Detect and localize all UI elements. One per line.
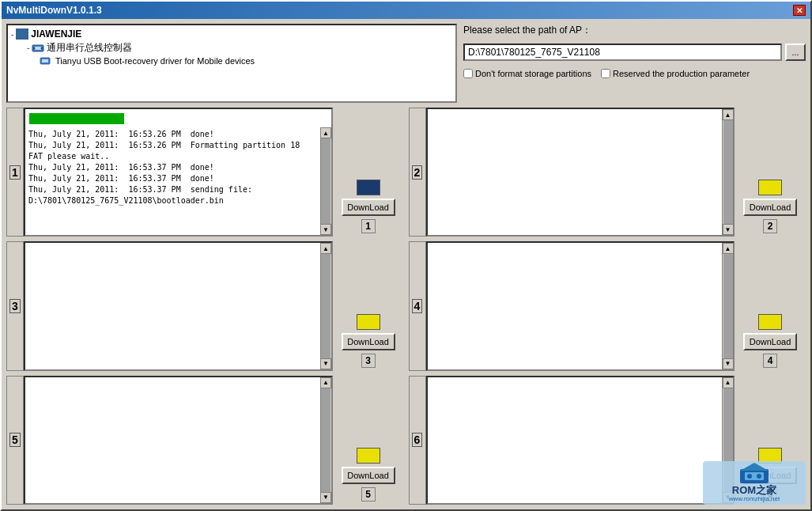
rom-logo-watermark: ROM之家 www.romzhijia.net <box>703 461 806 505</box>
panel-inner-4: ▲ ▼ <box>428 243 734 369</box>
tree-expand-root[interactable]: - <box>11 30 13 39</box>
panel-box-1: Thu, July 21, 2011: 16:53.26 PM done! Th… <box>24 108 333 237</box>
scroll-down-4[interactable]: ▼ <box>723 358 734 369</box>
panel-slot-1: 1 Thu, July 21, 2011: 16:53.26 PM done! … <box>6 108 404 237</box>
panel-scrollbar-5: ▲ ▼ <box>320 377 331 503</box>
color-indicator-3 <box>357 314 380 330</box>
scroll-up-1[interactable]: ▲ <box>320 127 331 138</box>
panel-text-1: Thu, July 21, 2011: 16:53.26 PM done! Th… <box>25 127 320 235</box>
scroll-down-1[interactable]: ▼ <box>320 224 331 235</box>
download-button-2[interactable]: DownLoad <box>743 199 797 216</box>
checkbox-format: Don't format storage partitions <box>463 69 591 78</box>
panel-text-6 <box>428 377 723 503</box>
close-button[interactable]: ✕ <box>793 5 806 16</box>
device-tree: - JIAWENJIE - 通用串行总线控制器 <box>6 24 457 103</box>
usb-icon <box>32 43 44 54</box>
scroll-up-3[interactable]: ▲ <box>320 243 331 254</box>
scroll-down-3[interactable]: ▼ <box>320 358 331 369</box>
download-button-4[interactable]: DownLoad <box>743 333 797 350</box>
rom-subtext: www.romzhijia.net <box>729 495 780 502</box>
ap-path-input[interactable] <box>463 44 782 61</box>
panel-slot-3: 3 ▲ ▼ DownL <box>6 241 404 370</box>
scroll-track-2 <box>723 120 733 224</box>
scroll-track-5 <box>321 388 330 492</box>
panel-inner-3: ▲ ▼ <box>25 243 331 369</box>
reserved-param-checkbox[interactable] <box>601 69 610 78</box>
slot-badge-5: 5 <box>361 487 376 502</box>
scroll-up-6[interactable]: ▲ <box>723 377 734 388</box>
panel-number-1: 1 <box>6 108 24 237</box>
panel-text-5 <box>25 377 320 503</box>
download-button-5[interactable]: DownLoad <box>342 467 395 484</box>
main-content: - JIAWENJIE - 通用串行总线控制器 <box>2 19 810 509</box>
slot-badge-1: 1 <box>361 219 376 233</box>
main-window: NvMultiDownV1.0.1.3 ✕ - JIAWENJIE - <box>0 0 812 511</box>
tree-expand-child[interactable]: - <box>27 44 29 52</box>
scroll-up-5[interactable]: ▲ <box>320 377 331 388</box>
svg-rect-1 <box>35 47 41 50</box>
download-button-1[interactable]: DownLoad <box>342 199 395 216</box>
reserved-param-label: Reserved the production parameter <box>613 69 750 78</box>
scroll-track-3 <box>321 254 330 358</box>
tree-root-label: JIAWENJIE <box>31 28 81 40</box>
panel-controls-3: DownLoad 3 <box>333 241 404 370</box>
panel-slot-6: 6 ▲ ▼ DownL <box>409 376 806 505</box>
scroll-up-4[interactable]: ▲ <box>723 243 734 254</box>
ap-path-row: ... <box>463 44 806 61</box>
panel-slot-5: 5 ▲ ▼ DownL <box>6 376 404 505</box>
panel-text-4 <box>428 243 723 369</box>
panel-box-2: ▲ ▼ <box>426 108 735 237</box>
panel-scrollbar-1: ▲ ▼ <box>320 127 331 235</box>
panel-box-5: ▲ ▼ <box>24 376 333 505</box>
color-indicator-1 <box>357 180 380 195</box>
scroll-down-2[interactable]: ▼ <box>723 224 734 235</box>
ap-panel: Please select the path of AP： ... Don't … <box>463 24 806 103</box>
panel-controls-1: DownLoad 1 <box>333 108 404 237</box>
svg-point-2 <box>33 47 36 49</box>
panel-log-1: Thu, July 21, 2011: 16:53.26 PM done! Th… <box>28 129 317 206</box>
svg-marker-7 <box>740 463 769 471</box>
panel-controls-5: DownLoad 5 <box>333 376 404 505</box>
tree-subchild-label: Tianyu USB Boot-recovery driver for Mobi… <box>55 56 255 66</box>
computer-icon <box>16 28 28 40</box>
panel-scrollbar-3: ▲ ▼ <box>320 243 331 369</box>
tree-child-label: 通用串行总线控制器 <box>47 41 132 55</box>
dont-format-checkbox[interactable] <box>463 69 473 78</box>
top-section: - JIAWENJIE - 通用串行总线控制器 <box>6 24 806 103</box>
panels-grid: 1 Thu, July 21, 2011: 16:53.26 PM done! … <box>6 108 806 505</box>
tree-child: - 通用串行总线控制器 <box>27 41 452 55</box>
checkbox-reserved: Reserved the production parameter <box>601 69 750 78</box>
svg-point-3 <box>41 47 43 49</box>
panel-slot-4: 4 ▲ ▼ DownL <box>409 241 806 370</box>
checkbox-row: Don't format storage partitions Reserved… <box>463 69 806 78</box>
panel-text-3 <box>25 243 320 369</box>
window-title: NvMultiDownV1.0.1.3 <box>6 5 102 16</box>
panel-box-6: ▲ ▼ <box>426 376 735 505</box>
tree-root: - JIAWENJIE <box>11 28 452 40</box>
panel-number-4: 4 <box>409 241 426 370</box>
panel-number-6: 6 <box>409 376 426 505</box>
scroll-track-4 <box>723 254 733 358</box>
color-indicator-4 <box>758 314 782 330</box>
scroll-down-5[interactable]: ▼ <box>320 492 331 503</box>
tree-subchild: Tianyu USB Boot-recovery driver for Mobi… <box>40 56 452 66</box>
slot-badge-2: 2 <box>763 219 777 233</box>
scroll-up-2[interactable]: ▲ <box>723 109 734 120</box>
title-bar: NvMultiDownV1.0.1.3 ✕ <box>2 2 810 19</box>
slot-badge-3: 3 <box>361 354 376 368</box>
ap-label: Please select the path of AP： <box>463 24 806 37</box>
slot-badge-4: 4 <box>763 354 777 368</box>
panel-number-3: 3 <box>6 241 24 370</box>
panel-inner-2: ▲ ▼ <box>428 109 734 235</box>
svg-rect-5 <box>42 59 48 62</box>
download-button-3[interactable]: DownLoad <box>342 333 395 350</box>
svg-point-10 <box>757 474 761 479</box>
panel-slot-2: 2 ▲ ▼ DownL <box>409 108 806 237</box>
panel-box-4: ▲ ▼ <box>426 241 735 370</box>
browse-button[interactable]: ... <box>785 44 806 61</box>
panel-text-2 <box>428 109 723 235</box>
color-indicator-5 <box>357 448 380 464</box>
dont-format-label: Don't format storage partitions <box>475 69 591 78</box>
panel-inner-1: Thu, July 21, 2011: 16:53.26 PM done! Th… <box>25 127 331 235</box>
usb-device-icon <box>40 56 51 66</box>
